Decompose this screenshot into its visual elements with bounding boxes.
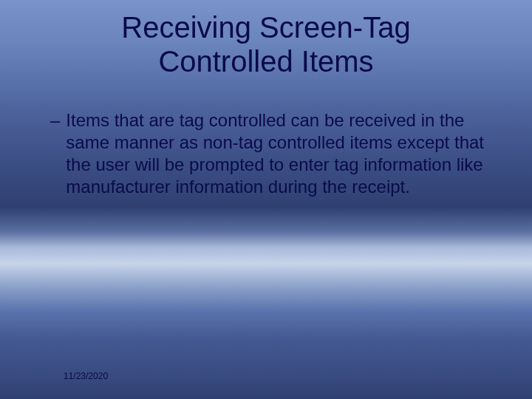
title-line-1: Receiving Screen-Tag xyxy=(121,11,410,44)
bullet-dash: – xyxy=(50,109,60,132)
title-line-2: Controlled Items xyxy=(158,45,373,78)
bullet-item: – Items that are tag controlled can be r… xyxy=(50,109,497,198)
body-content: – Items that are tag controlled can be r… xyxy=(50,109,497,198)
bullet-text: Items that are tag controlled can be rec… xyxy=(66,109,497,198)
footer-date: 11/23/2020 xyxy=(64,371,108,381)
slide-title: Receiving Screen-Tag Controlled Items xyxy=(0,0,532,78)
slide: Receiving Screen-Tag Controlled Items – … xyxy=(0,0,532,399)
